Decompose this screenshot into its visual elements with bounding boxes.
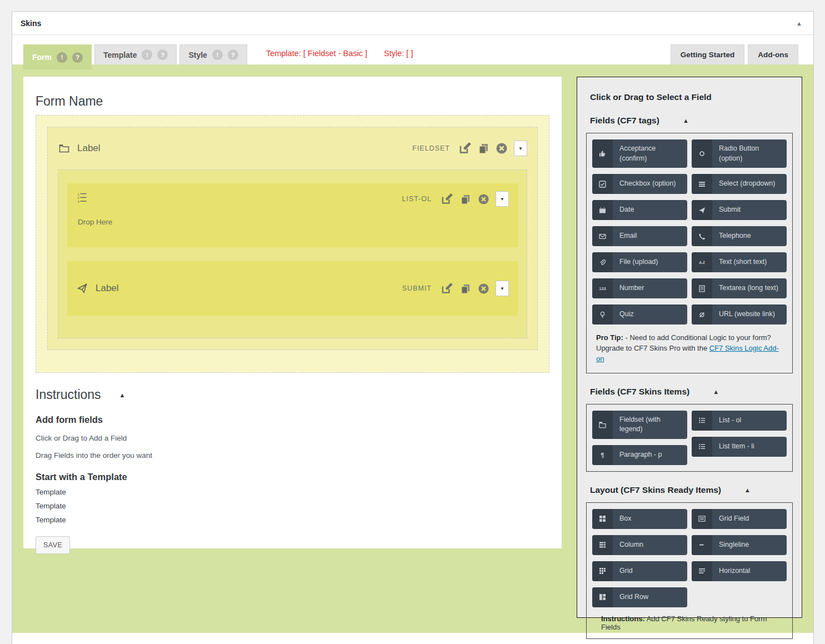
getting-started-button[interactable]: Getting Started (671, 44, 745, 64)
field-button-radio[interactable]: Radio Button (option) (692, 139, 787, 168)
instructions-heading: Instructions ▲ (36, 387, 549, 402)
field-button-checkbox[interactable]: Checkbox (option) (592, 174, 687, 194)
field-button-email[interactable]: Email (592, 226, 687, 246)
field-button-fieldset[interactable]: Fieldset (with legend) (592, 411, 687, 439)
field-button-acceptance[interactable]: Acceptance (confirm) (592, 139, 687, 168)
layout-instructions: Instructions: Add CF7 Skins Ready stylin… (601, 615, 783, 631)
list-ol-element[interactable]: 1 2 3 LIST-OL (67, 183, 518, 247)
document-lines-icon (692, 278, 712, 298)
edit-icon[interactable] (441, 193, 453, 205)
field-button-list-item[interactable]: List Item - li (692, 437, 787, 457)
top-buttons: Getting Started Add-ons (671, 44, 798, 64)
instructions-collapse-icon[interactable]: ▲ (119, 392, 126, 398)
edit-icon[interactable] (441, 282, 453, 294)
field-picker-sidebar: Click or Drag to Select a Field Fields (… (577, 77, 802, 618)
tab-style[interactable]: Style ! ? (179, 44, 247, 64)
layout-items-collapse-icon[interactable]: ▲ (744, 487, 751, 493)
duplicate-icon[interactable] (459, 193, 471, 205)
fieldset-options-select[interactable]: ▼ (514, 141, 527, 156)
warning-badge-icon[interactable]: ! (212, 49, 223, 60)
form-canvas: Form Name Label FIELDSET (23, 77, 562, 548)
layout-button-column[interactable]: Column (592, 535, 687, 555)
postbox-collapse-icon[interactable]: ▲ (793, 18, 806, 29)
add-form-fields-heading: Add form fields (36, 415, 549, 425)
skins-postbox: Skins ▲ Form ! ? Template ! ? Style ! ? … (12, 11, 814, 644)
grid-row-icon (592, 587, 613, 607)
layout-items-heading: Layout (CF7 Skins Ready Items) ▲ (590, 485, 793, 495)
list-ol-options-select[interactable]: ▼ (496, 191, 509, 207)
pro-tip: Pro Tip: - Need to add Conditional Logic… (596, 333, 783, 365)
tab-form[interactable]: Form ! ? (23, 44, 92, 69)
submit-options-select[interactable]: ▼ (496, 281, 509, 296)
tab-style-label: Style (188, 51, 207, 59)
fields-skins-collapse-icon[interactable]: ▲ (713, 388, 719, 395)
instructions-title-text: Instructions (36, 387, 101, 402)
list-ol-header: 1 2 3 LIST-OL (76, 191, 509, 207)
delete-icon[interactable] (477, 193, 489, 205)
field-button-text[interactable]: A-Z Text (short text) (692, 252, 787, 272)
fields-cf7-heading-text: Fields (CF7 tags) (590, 116, 659, 126)
warning-badge-icon[interactable]: ! (142, 49, 152, 60)
field-button-submit[interactable]: Submit (692, 200, 787, 220)
duplicate-icon[interactable] (459, 282, 471, 294)
help-badge-icon[interactable]: ? (228, 49, 238, 60)
field-button-number[interactable]: 123 Number (592, 278, 687, 298)
field-button-telephone[interactable]: Telephone (692, 226, 787, 246)
selection-status: Template: [ Fieldset - Basic ] Style: [ … (266, 42, 413, 58)
fieldset-legend-label[interactable]: Label (77, 143, 101, 154)
grid-cells-icon (592, 561, 613, 581)
layout-button-grid-row[interactable]: Grid Row (592, 587, 687, 607)
paperclip-icon (592, 252, 613, 272)
duplicate-icon[interactable] (477, 142, 489, 154)
edit-icon[interactable] (459, 142, 471, 154)
folder-icon (592, 411, 613, 439)
help-badge-icon[interactable]: ? (157, 49, 168, 60)
field-button-quiz[interactable]: Quiz (592, 304, 687, 325)
form-drop-area[interactable]: Label FIELDSET (36, 115, 549, 373)
fieldset-element[interactable]: Label FIELDSET (47, 127, 538, 350)
grid-field-icon (692, 509, 712, 529)
template-link[interactable]: Template (36, 488, 549, 496)
field-button-date[interactable]: Date (592, 200, 687, 220)
field-button-select[interactable]: Select (dropdown) (692, 174, 787, 194)
field-button-url[interactable]: URL (website link) (692, 304, 787, 325)
fields-cf7-collapse-icon[interactable]: ▲ (683, 117, 689, 124)
tab-template[interactable]: Template ! ? (94, 44, 177, 64)
save-button[interactable]: SAVE (36, 536, 70, 554)
field-button-paragraph[interactable]: ¶ Paragraph - p (592, 445, 687, 465)
paper-plane-icon (692, 200, 712, 220)
help-badge-icon[interactable]: ? (72, 52, 83, 63)
chevron-down-icon: ▼ (500, 286, 504, 291)
template-link[interactable]: Template (36, 516, 549, 524)
field-button-textarea[interactable]: Textarea (long text) (692, 278, 787, 298)
drop-here-text: Drop Here (78, 218, 509, 226)
radio-button-icon (692, 139, 712, 168)
layout-button-horizontal[interactable]: Horizontal (692, 561, 787, 581)
template-link[interactable]: Template (36, 502, 549, 510)
layout-button-singleline[interactable]: Singleline (692, 535, 787, 555)
instruction-line: Drag Fields into the order you want (36, 451, 549, 460)
warning-badge-icon[interactable]: ! (57, 52, 67, 63)
svg-text:1: 1 (78, 193, 79, 196)
submit-label[interactable]: Label (96, 283, 119, 294)
svg-text:123: 123 (599, 286, 606, 291)
layout-button-grid-field[interactable]: Grid Field (692, 509, 787, 529)
horizontal-bars-icon (692, 561, 712, 581)
envelope-icon (592, 226, 613, 246)
add-ons-button[interactable]: Add-ons (748, 44, 798, 64)
fieldset-tag-name: FIELDSET (412, 144, 450, 152)
field-button-file[interactable]: File (upload) (592, 252, 687, 272)
submit-tag-name: SUBMIT (402, 284, 432, 292)
delete-icon[interactable] (496, 142, 508, 154)
delete-icon[interactable] (477, 282, 489, 294)
fields-skins-heading-text: Fields (CF7 Skins Items) (590, 387, 689, 397)
menu-lines-icon (692, 174, 712, 194)
postbox-header: Skins ▲ (12, 12, 813, 35)
thumbs-up-icon (592, 139, 613, 168)
fieldset-drop-area[interactable]: 1 2 3 LIST-OL (58, 169, 527, 338)
layout-button-grid[interactable]: Grid (592, 561, 687, 581)
fieldset-header: Label FIELDSET (58, 127, 527, 169)
layout-button-box[interactable]: Box (592, 509, 687, 529)
field-button-list-ol[interactable]: List - ol (692, 411, 787, 431)
submit-element[interactable]: Label SUBMIT (67, 261, 518, 316)
